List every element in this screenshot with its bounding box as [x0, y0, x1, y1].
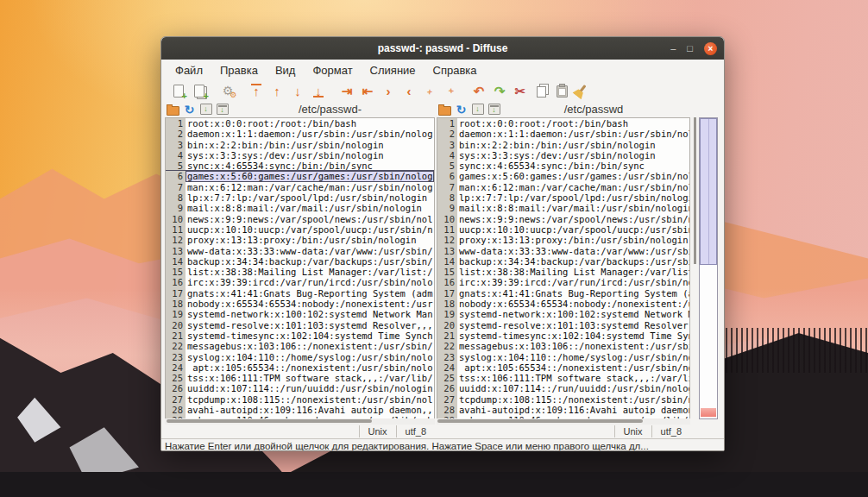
- code-line[interactable]: 1root:x:0:0:root:/root:/bin/bash: [437, 118, 689, 129]
- code-line[interactable]: 14backup:x:34:34:backup:/var/backups:/us…: [166, 256, 434, 267]
- file-content[interactable]: 1root:x:0:0:root:/root:/bin/bash2daemon:…: [165, 117, 435, 418]
- code-line[interactable]: 9mail:x:8:8:mail:/var/mail:/usr/sbin/nol…: [437, 203, 689, 213]
- maximize-button[interactable]: □: [687, 44, 693, 53]
- code-line[interactable]: 12proxy:x:13:13:proxy:/bin:/usr/sbin/nol…: [166, 235, 434, 245]
- code-line[interactable]: 24_apt:x:105:65534::/nonexistent:/usr/sb…: [166, 362, 434, 373]
- code-line[interactable]: 28avahi-autoipd:x:109:116:Avahi autoip d…: [166, 405, 434, 415]
- code-line[interactable]: 1root:x:0:0:root:/root:/bin/bash: [166, 118, 434, 129]
- code-line[interactable]: 7man:x:6:12:man:/var/cache/man:/usr/sbin…: [166, 182, 434, 192]
- paste-button[interactable]: [551, 81, 572, 100]
- redo-button[interactable]: ↷: [489, 81, 510, 100]
- code-line[interactable]: 11uucp:x:10:10:uucp:/var/spool/uucp:/usr…: [166, 224, 434, 235]
- code-line[interactable]: 17gnats:x:41:41:Gnats Bug-Reporting Syst…: [166, 288, 434, 299]
- code-line[interactable]: 2daemon:x:1:1:daemon:/usr/sbin:/usr/sbin…: [166, 129, 434, 139]
- code-line[interactable]: 18nobody:x:65534:65534:nobody:/nonexiste…: [166, 299, 434, 309]
- code-line[interactable]: 26uuidd:x:107:114::/run/uuidd:/usr/sbin/…: [437, 383, 689, 393]
- code-line[interactable]: 17gnats:x:41:41:Gnats Bug-Reporting Syst…: [437, 288, 689, 299]
- code-line[interactable]: 13www-data:x:33:33:www-data:/var/www:/us…: [166, 246, 434, 256]
- code-line[interactable]: 5sync:x:4:65534:sync:/bin:/bin/sync: [166, 160, 434, 171]
- code-line[interactable]: 15list:x:38:38:Mailing List Manager:/var…: [437, 267, 689, 277]
- code-line[interactable]: 5sync:x:4:65534:sync:/bin:/bin/sync: [437, 160, 689, 171]
- code-line[interactable]: 16irc:x:39:39:ircd:/var/run/ircd:/usr/sb…: [166, 277, 434, 287]
- pane-scroll-indicator[interactable]: [694, 117, 696, 264]
- code-line[interactable]: 16irc:x:39:39:ircd:/var/run/ircd:/usr/sb…: [437, 277, 689, 287]
- code-line[interactable]: 21systemd-timesync:x:102:104:systemd Tim…: [437, 330, 689, 341]
- merge-from-left-button[interactable]: ›: [378, 81, 399, 100]
- first-difference-button[interactable]: ↑: [246, 81, 267, 100]
- clear-edits-button[interactable]: [572, 81, 593, 100]
- code-line[interactable]: 23syslog:x:104:110::/home/syslog:/usr/sb…: [437, 352, 689, 362]
- code-line[interactable]: 28avahi-autoipd:x:109:116:Avahi autoip d…: [437, 405, 689, 415]
- realign-all-button[interactable]: ⚙: [217, 81, 238, 100]
- code-line[interactable]: 27tcpdump:x:108:115::/nonexistent:/usr/s…: [437, 394, 689, 405]
- reload-file-button[interactable]: ↻: [455, 103, 468, 116]
- menu-справка[interactable]: Справка: [425, 61, 486, 79]
- code-line[interactable]: 7man:x:6:12:man:/var/cache/man:/usr/sbin…: [437, 182, 689, 192]
- horizontal-scrollbar[interactable]: [437, 418, 690, 425]
- titlebar[interactable]: passwd-: passwd - Diffuse – □ ×: [161, 37, 724, 60]
- menu-формат[interactable]: Формат: [304, 61, 361, 79]
- minimize-button[interactable]: –: [670, 44, 676, 53]
- cut-button[interactable]: ✂: [510, 81, 531, 100]
- code-line[interactable]: 10news:x:9:9:news:/var/spool/news:/usr/s…: [437, 214, 689, 224]
- diff-map-scrollbar[interactable]: [699, 117, 718, 419]
- code-line[interactable]: 27tcpdump:x:108:115::/nonexistent:/usr/s…: [166, 394, 434, 405]
- code-line[interactable]: 23syslog:x:104:110::/home/syslog:/usr/sb…: [166, 352, 434, 362]
- code-line[interactable]: 20systemd-resolve:x:101:103:systemd Reso…: [437, 320, 689, 330]
- code-line[interactable]: 11uucp:x:10:10:uucp:/var/spool/uucp:/usr…: [437, 224, 689, 235]
- save-file-button[interactable]: [471, 103, 484, 116]
- merge-from-right-button[interactable]: ‹: [399, 81, 419, 100]
- code-line[interactable]: 10news:x:9:9:news:/var/spool/news:/usr/s…: [166, 214, 434, 224]
- last-difference-button[interactable]: ↓: [308, 81, 329, 100]
- code-line[interactable]: 15list:x:38:38:Mailing List Manager:/var…: [166, 267, 434, 277]
- code-line[interactable]: 25tss:x:106:111:TPM software stack,,,:/v…: [437, 373, 689, 383]
- menu-вид[interactable]: Вид: [267, 61, 305, 79]
- code-line[interactable]: 3bin:x:2:2:bin:/bin:/usr/sbin/nologin: [166, 140, 434, 150]
- code-line[interactable]: 25tss:x:106:111:TPM software stack,,,:/v…: [166, 373, 434, 383]
- code-line[interactable]: 8lp:x:7:7:lp:/var/spool/lpd:/usr/sbin/no…: [437, 192, 689, 203]
- code-line[interactable]: 13www-data:x:33:33:www-data:/var/www:/us…: [437, 246, 689, 256]
- horizontal-scrollbar-thumb[interactable]: [437, 419, 643, 423]
- menu-правка[interactable]: Правка: [211, 61, 267, 79]
- code-line-selected[interactable]: 6games:x:5:60:games:/usr/games:/usr/sbin…: [166, 171, 434, 181]
- next-difference-button[interactable]: ↓: [287, 81, 308, 100]
- horizontal-scrollbar[interactable]: [165, 418, 435, 425]
- copy-selection-right-button[interactable]: ⇥: [337, 81, 357, 100]
- scrollbar-thumb[interactable]: [700, 118, 717, 265]
- code-line[interactable]: 19systemd-network:x:100:102:systemd Netw…: [166, 309, 434, 319]
- new-2way-file-merge-button[interactable]: [168, 81, 189, 100]
- horizontal-scrollbar-thumb[interactable]: [167, 419, 372, 423]
- close-button[interactable]: ×: [704, 42, 717, 55]
- code-line[interactable]: 12proxy:x:13:13:proxy:/bin:/usr/sbin/nol…: [437, 235, 689, 245]
- reload-file-button[interactable]: ↻: [183, 103, 196, 116]
- code-line[interactable]: 24_apt:x:105:65534::/nonexistent:/usr/sb…: [437, 362, 689, 373]
- code-line[interactable]: 8lp:x:7:7:lp:/var/spool/lpd:/usr/sbin/no…: [166, 192, 434, 203]
- code-line[interactable]: 22messagebus:x:103:106::/nonexistent:/us…: [166, 341, 434, 351]
- merge-from-right-then-left-button[interactable]: ›‹: [440, 81, 461, 100]
- file-content[interactable]: 1root:x:0:0:root:/root:/bin/bash2daemon:…: [437, 117, 690, 418]
- menu-слияние[interactable]: Слияние: [362, 61, 425, 79]
- code-line[interactable]: 20systemd-resolve:x:101:103:systemd Reso…: [166, 320, 434, 330]
- previous-difference-button[interactable]: ↑: [267, 81, 287, 100]
- code-line[interactable]: 6games:x:5:60:games:/usr/games:/usr/sbin…: [437, 171, 689, 181]
- code-line[interactable]: 9mail:x:8:8:mail:/var/mail:/usr/sbin/nol…: [166, 203, 434, 213]
- code-line[interactable]: 21systemd-timesync:x:102:104:systemd Tim…: [166, 330, 434, 341]
- copy-button[interactable]: [531, 81, 551, 100]
- undo-button[interactable]: ↶: [469, 81, 489, 100]
- code-line[interactable]: 4sys:x:3:3:sys:/dev:/usr/sbin/nologin: [166, 150, 434, 160]
- code-line[interactable]: 22messagebus:x:103:106::/nonexistent:/us…: [437, 341, 689, 351]
- menu-файл[interactable]: Файл: [167, 61, 211, 79]
- save-file-button[interactable]: [199, 103, 212, 116]
- open-file-button[interactable]: [438, 103, 451, 116]
- merge-from-left-then-right-button[interactable]: ›‹: [419, 81, 440, 100]
- code-line[interactable]: 2daemon:x:1:1:daemon:/usr/sbin:/usr/sbin…: [437, 129, 689, 139]
- code-line[interactable]: 19systemd-network:x:100:102:systemd Netw…: [437, 309, 689, 319]
- copy-selection-left-button[interactable]: ⇤: [357, 81, 378, 100]
- code-line[interactable]: 26uuidd:x:107:114::/run/uuidd:/usr/sbin/…: [166, 383, 434, 393]
- open-file-button[interactable]: [167, 103, 179, 116]
- code-line[interactable]: 3bin:x:2:2:bin:/bin:/usr/sbin/nologin: [437, 140, 689, 150]
- code-line[interactable]: 18nobody:x:65534:65534:nobody:/nonexiste…: [437, 299, 689, 309]
- new-3way-file-merge-button[interactable]: [189, 81, 210, 100]
- code-line[interactable]: 14backup:x:34:34:backup:/var/backups:/us…: [437, 256, 689, 267]
- code-line[interactable]: 4sys:x:3:3:sys:/dev:/usr/sbin/nologin: [437, 150, 689, 160]
